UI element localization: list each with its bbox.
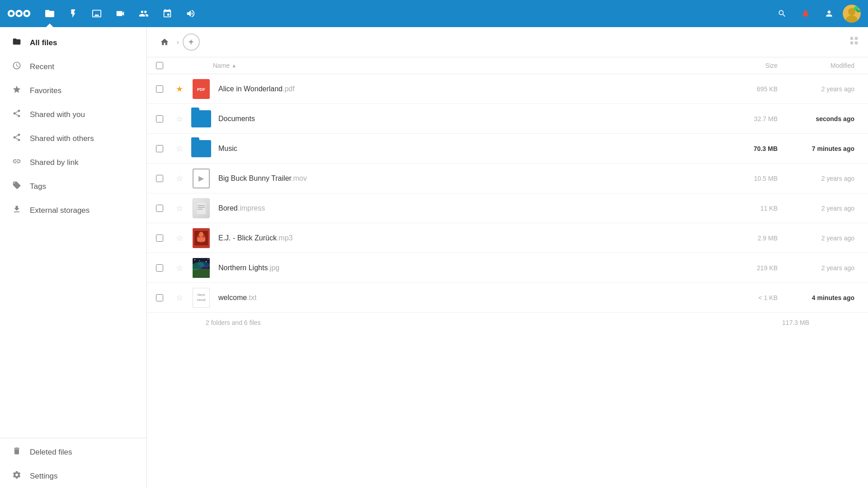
- star-button[interactable]: ☆: [176, 203, 183, 213]
- external-storage-icon: [11, 205, 23, 216]
- notifications-button[interactable]: [796, 4, 816, 23]
- sidebar-label-all-files: All files: [30, 38, 57, 47]
- topnav-app-contacts[interactable]: [134, 4, 154, 23]
- table-row[interactable]: ☆ E.J. - B: [147, 223, 868, 253]
- more-options-button[interactable]: ···: [713, 202, 723, 215]
- column-modified: Modified: [778, 62, 859, 69]
- row-checkbox[interactable]: [156, 175, 163, 182]
- row-checkbox[interactable]: [156, 145, 163, 152]
- clock-icon: [11, 61, 23, 72]
- share-button[interactable]: [698, 82, 709, 96]
- table-row[interactable]: ☆: [147, 253, 868, 283]
- sidebar-item-all-files[interactable]: All files: [0, 31, 146, 55]
- table-row[interactable]: ★ PDF Alice in Wonderland.pdf: [147, 74, 868, 104]
- sidebar-item-shared-with-others[interactable]: Shared with others: [0, 127, 146, 150]
- share-button[interactable]: [698, 261, 709, 275]
- star-button[interactable]: ☆: [176, 263, 183, 273]
- star-button[interactable]: ☆: [176, 293, 183, 303]
- file-modified-bored: 2 years ago: [778, 205, 859, 212]
- sidebar-item-shared-by-link[interactable]: Shared by link: [0, 150, 146, 174]
- search-button[interactable]: [772, 4, 792, 23]
- new-file-button[interactable]: +: [183, 33, 200, 51]
- row-checkbox[interactable]: [156, 264, 163, 272]
- topnav-apps: [40, 4, 772, 23]
- column-name[interactable]: Name ▲: [213, 62, 687, 69]
- topnav-app-video[interactable]: [110, 4, 130, 23]
- sidebar-label-tags: Tags: [30, 182, 46, 191]
- more-options-button[interactable]: ···: [713, 142, 723, 155]
- files-summary: 2 folders and 6 files: [206, 319, 260, 326]
- file-icon-documents: [189, 110, 213, 127]
- sidebar-item-shared-with-you[interactable]: Shared with you: [0, 103, 146, 127]
- select-all-checkbox[interactable]: [156, 62, 163, 69]
- sidebar-label-deleted-files: Deleted files: [30, 448, 72, 457]
- sidebar: All files Recent Favorites Shared with y…: [0, 27, 147, 488]
- file-table: Name ▲ Size Modified ★: [147, 57, 868, 488]
- share-button[interactable]: [698, 141, 709, 155]
- share-button[interactable]: [698, 231, 709, 245]
- sidebar-item-external-storages[interactable]: External storages: [0, 198, 146, 222]
- home-button[interactable]: [156, 33, 173, 51]
- sidebar-item-deleted-files[interactable]: Deleted files: [0, 440, 146, 464]
- table-footer: 2 folders and 6 files 117.3 MB: [147, 313, 868, 333]
- view-toggle-button[interactable]: [849, 36, 859, 48]
- share-button[interactable]: [698, 112, 709, 126]
- row-checkbox[interactable]: [156, 205, 163, 212]
- file-modified-northern: 2 years ago: [778, 264, 859, 272]
- sidebar-item-favorites[interactable]: Favorites: [0, 79, 146, 103]
- column-size: Size: [723, 62, 778, 69]
- table-row[interactable]: ☆ Documents ··· 32.7 MB seconds ago: [147, 104, 868, 134]
- file-name-ej: E.J. - Blick Zurück.mp3: [213, 234, 687, 242]
- table-row[interactable]: ☆ Music ··· 70.3 MB 7 minutes ago: [147, 134, 868, 164]
- star-button[interactable]: ☆: [176, 144, 183, 154]
- share-button[interactable]: [698, 291, 709, 305]
- sidebar-label-shared-by-link: Shared by link: [30, 158, 79, 167]
- file-name-bigbuck: Big Buck Bunny Trailer.mov: [213, 174, 687, 183]
- sidebar-item-settings[interactable]: Settings: [0, 464, 146, 488]
- user-avatar[interactable]: [843, 5, 861, 23]
- sidebar-item-recent[interactable]: Recent: [0, 55, 146, 79]
- sidebar-label-settings: Settings: [30, 472, 57, 481]
- table-row[interactable]: ☆ Bored.impress: [147, 193, 868, 223]
- file-modified-music: 7 minutes ago: [778, 145, 859, 152]
- row-checkbox[interactable]: [156, 115, 163, 122]
- star-icon: [11, 85, 23, 96]
- table-row[interactable]: ☆ Nextcloud welcome.txt ··· < 1 KB 4 min…: [147, 283, 868, 313]
- file-icon-music: [189, 140, 213, 157]
- file-name-welcome: welcome.txt: [213, 294, 687, 302]
- more-options-button[interactable]: ···: [713, 261, 723, 274]
- star-button[interactable]: ☆: [176, 174, 183, 183]
- file-icon-bored: [189, 198, 213, 218]
- sidebar-label-external-storages: External storages: [30, 206, 90, 215]
- row-checkbox[interactable]: [156, 294, 163, 301]
- sidebar-label-shared-with-others: Shared with others: [30, 134, 94, 143]
- star-button[interactable]: ☆: [176, 233, 183, 243]
- topnav-app-audio[interactable]: [181, 4, 201, 23]
- sidebar-bottom: Deleted files Settings: [0, 438, 146, 488]
- row-checkbox[interactable]: [156, 85, 163, 93]
- svg-point-28: [194, 259, 195, 260]
- more-options-button[interactable]: ···: [713, 231, 723, 244]
- user-menu-button[interactable]: [819, 4, 839, 23]
- sidebar-label-favorites: Favorites: [30, 86, 61, 95]
- file-icon-ej: [189, 228, 213, 248]
- file-modified-alice: 2 years ago: [778, 85, 859, 93]
- star-button[interactable]: ☆: [176, 114, 183, 124]
- topnav-app-activity[interactable]: [63, 4, 83, 23]
- table-row[interactable]: ☆ ▶ Big Buck Bunny Trailer.mov ··· 10.5 …: [147, 164, 868, 193]
- more-options-button[interactable]: ···: [713, 112, 723, 125]
- row-checkbox[interactable]: [156, 235, 163, 242]
- share-button[interactable]: [698, 171, 709, 185]
- more-options-button[interactable]: ···: [713, 172, 723, 185]
- share-button[interactable]: [698, 201, 709, 215]
- topnav-app-calendar[interactable]: [157, 4, 177, 23]
- svg-point-21: [199, 232, 203, 237]
- logo[interactable]: [7, 6, 31, 21]
- sidebar-item-tags[interactable]: Tags: [0, 174, 146, 198]
- more-options-button[interactable]: ···: [713, 82, 723, 95]
- settings-icon: [11, 470, 23, 482]
- star-button[interactable]: ★: [176, 84, 183, 94]
- topnav-app-gallery[interactable]: [87, 4, 107, 23]
- topnav-app-files[interactable]: [40, 4, 60, 23]
- more-options-button[interactable]: ···: [713, 291, 723, 304]
